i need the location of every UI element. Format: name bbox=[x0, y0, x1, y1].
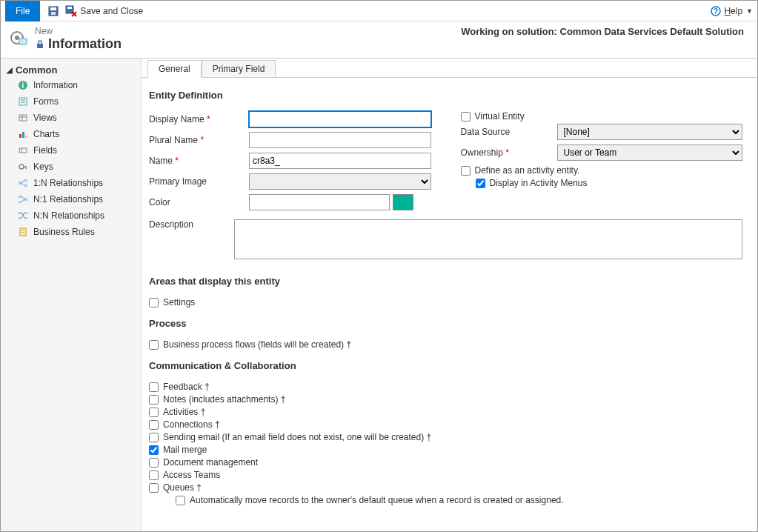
label-notes: Notes (includes attachments) † bbox=[163, 394, 285, 405]
svg-line-30 bbox=[21, 180, 24, 183]
label-ownership: Ownership * bbox=[461, 147, 557, 158]
save-icon bbox=[47, 5, 59, 17]
section-process: Process bbox=[149, 318, 742, 329]
save-button[interactable] bbox=[47, 5, 59, 17]
header-new-label: New bbox=[35, 26, 122, 36]
sidebar-item-1n[interactable]: 1:N Relationships bbox=[1, 175, 141, 191]
forms-icon bbox=[17, 96, 29, 107]
display-name-input[interactable] bbox=[249, 111, 431, 127]
display-activity-menus-checkbox[interactable] bbox=[476, 179, 485, 188]
solution-context: Working on solution: Common Data Service… bbox=[461, 26, 750, 37]
doc-mgmt-checkbox[interactable] bbox=[149, 458, 159, 468]
sidebar-item-views[interactable]: Views bbox=[1, 110, 141, 126]
svg-rect-22 bbox=[19, 148, 27, 153]
svg-rect-34 bbox=[19, 201, 21, 203]
svg-rect-39 bbox=[24, 212, 27, 214]
sending-email-checkbox[interactable] bbox=[149, 433, 159, 442]
data-source-select[interactable]: [None] bbox=[557, 124, 743, 140]
header: New Information Working on solution: Com… bbox=[1, 21, 757, 59]
svg-rect-37 bbox=[19, 212, 21, 214]
label-auto-move: Automatically move records to the owner'… bbox=[190, 495, 564, 505]
help-icon: ? bbox=[710, 5, 722, 17]
label-description: Description bbox=[149, 219, 234, 230]
svg-rect-1 bbox=[50, 7, 56, 10]
virtual-entity-checkbox[interactable] bbox=[461, 112, 471, 122]
sidebar-item-forms[interactable]: Forms bbox=[1, 93, 141, 110]
color-swatch[interactable] bbox=[393, 194, 413, 210]
bpf-checkbox[interactable] bbox=[149, 340, 159, 350]
sidebar-item-keys[interactable]: Keys bbox=[1, 159, 141, 175]
label-mail-merge: Mail merge bbox=[163, 445, 207, 455]
tab-general[interactable]: General bbox=[147, 60, 202, 78]
connections-checkbox[interactable] bbox=[149, 420, 159, 430]
access-teams-checkbox[interactable] bbox=[149, 471, 159, 480]
save-close-label: Save and Close bbox=[80, 6, 143, 16]
section-entity-definition: Entity Definition bbox=[149, 90, 742, 101]
name-input[interactable] bbox=[249, 153, 431, 169]
svg-rect-33 bbox=[19, 196, 21, 198]
activities-checkbox[interactable] bbox=[149, 408, 159, 417]
svg-rect-9 bbox=[19, 39, 27, 44]
svg-text:i: i bbox=[22, 82, 24, 90]
rules-icon bbox=[17, 226, 29, 238]
label-primary-image: Primary Image bbox=[149, 176, 249, 187]
ownership-select[interactable]: User or Team bbox=[557, 144, 743, 161]
define-activity-checkbox[interactable] bbox=[461, 166, 471, 176]
svg-line-36 bbox=[21, 199, 24, 202]
label-bpf: Business process flows (fields will be c… bbox=[163, 339, 351, 350]
color-input[interactable] bbox=[249, 194, 390, 210]
tab-primary-field[interactable]: Primary Field bbox=[202, 60, 276, 77]
page-title: Information bbox=[35, 36, 122, 52]
auto-move-checkbox[interactable] bbox=[176, 496, 185, 505]
settings-checkbox[interactable] bbox=[149, 298, 159, 307]
sidebar-item-information[interactable]: iInformation bbox=[1, 77, 141, 93]
label-name: Name * bbox=[149, 156, 249, 166]
svg-rect-43 bbox=[20, 228, 26, 236]
label-define-activity: Define as an activity entity. bbox=[475, 165, 580, 176]
svg-rect-29 bbox=[24, 184, 27, 187]
label-display-activity-menus: Display in Activity Menus bbox=[490, 178, 588, 188]
mail-merge-checkbox[interactable] bbox=[149, 445, 159, 455]
primary-image-select[interactable] bbox=[249, 173, 431, 190]
svg-rect-27 bbox=[19, 182, 21, 184]
sidebar-item-n1[interactable]: N:1 Relationships bbox=[1, 191, 141, 207]
plural-name-input[interactable] bbox=[249, 132, 431, 148]
label-data-source: Data Source bbox=[461, 127, 557, 137]
label-settings: Settings bbox=[163, 297, 195, 307]
svg-rect-4 bbox=[67, 7, 72, 9]
sidebar: ◢ Common iInformation Forms Views Charts… bbox=[1, 59, 142, 532]
label-display-name: Display Name * bbox=[149, 114, 249, 124]
save-close-button[interactable]: Save and Close bbox=[65, 5, 143, 17]
description-textarea[interactable] bbox=[234, 219, 742, 259]
label-connections: Connections † bbox=[163, 419, 220, 430]
notes-checkbox[interactable] bbox=[149, 395, 159, 405]
svg-rect-16 bbox=[19, 115, 27, 121]
svg-text:?: ? bbox=[714, 7, 718, 16]
sidebar-group-common[interactable]: ◢ Common bbox=[1, 63, 141, 77]
sidebar-item-nn[interactable]: N:N Relationships bbox=[1, 207, 141, 224]
sidebar-item-charts[interactable]: Charts bbox=[1, 126, 141, 142]
label-queues: Queues † bbox=[163, 482, 202, 493]
info-icon: i bbox=[17, 79, 29, 91]
help-label: Help bbox=[724, 6, 742, 16]
svg-rect-19 bbox=[19, 134, 21, 138]
label-virtual-entity: Virtual Entity bbox=[475, 111, 525, 122]
section-comm: Communication & Collaboration bbox=[149, 360, 742, 371]
label-color: Color bbox=[149, 197, 249, 207]
label-sending-email: Sending email (If an email field does no… bbox=[163, 432, 431, 442]
svg-line-35 bbox=[21, 196, 24, 199]
label-access-teams: Access Teams bbox=[163, 470, 220, 480]
charts-icon bbox=[17, 128, 29, 140]
sidebar-item-rules[interactable]: Business Rules bbox=[1, 224, 141, 240]
rel-nn-icon bbox=[17, 210, 29, 222]
svg-rect-40 bbox=[24, 217, 27, 219]
queues-checkbox[interactable] bbox=[149, 483, 159, 493]
file-button[interactable]: File bbox=[5, 1, 40, 21]
label-feedback: Feedback † bbox=[163, 382, 210, 392]
feedback-checkbox[interactable] bbox=[149, 382, 159, 392]
svg-rect-20 bbox=[22, 132, 24, 138]
sidebar-item-fields[interactable]: Fields bbox=[1, 142, 141, 159]
fields-icon bbox=[17, 144, 29, 156]
help-button[interactable]: ? Help ▼ bbox=[710, 5, 753, 17]
svg-rect-28 bbox=[24, 179, 27, 182]
